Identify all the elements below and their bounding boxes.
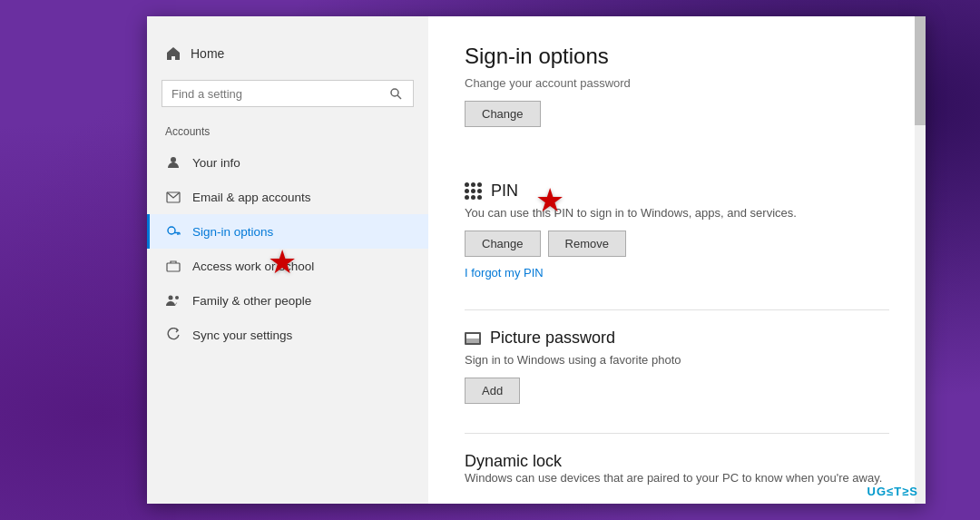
scrollbar-thumb[interactable] xyxy=(915,16,926,125)
pin-btn-row: Change Remove xyxy=(465,231,889,257)
sidebar-item-label: Sync your settings xyxy=(192,329,292,342)
search-box[interactable] xyxy=(162,80,414,107)
people-icon xyxy=(165,292,181,309)
home-label: Home xyxy=(191,46,224,61)
svg-point-9 xyxy=(169,296,173,300)
pin-header: PIN xyxy=(465,182,889,201)
home-icon xyxy=(165,45,181,62)
forgot-pin-link[interactable]: I forgot my PIN xyxy=(465,266,544,280)
sidebar-item-sync-settings[interactable]: Sync your settings xyxy=(147,318,428,352)
sync-icon xyxy=(165,327,181,343)
password-section: Change your account password Change xyxy=(465,76,889,152)
picture-password-heading: Picture password xyxy=(490,329,615,348)
picture-password-btn-row: Add xyxy=(465,378,889,404)
pin-icon xyxy=(465,182,482,200)
divider-2 xyxy=(465,433,889,434)
svg-point-10 xyxy=(175,296,179,299)
main-content: Sign-in options Change your account pass… xyxy=(428,16,926,504)
sidebar-item-sign-in-options[interactable]: Sign-in options xyxy=(147,214,428,249)
sidebar-item-label: Your info xyxy=(192,156,240,170)
scrollbar-track[interactable] xyxy=(915,16,926,504)
picture-password-icon xyxy=(465,330,481,347)
svg-point-4 xyxy=(168,227,175,234)
pin-heading: PIN xyxy=(491,182,518,201)
dynamic-lock-description: Windows can use devices that are paired … xyxy=(465,471,889,485)
divider-1 xyxy=(465,309,889,310)
sidebar-item-label: Sign-in options xyxy=(192,225,273,239)
sidebar-item-email-app-accounts[interactable]: Email & app accounts xyxy=(147,180,428,214)
dynamic-lock-section: Dynamic lock Windows can use devices tha… xyxy=(465,452,889,485)
key-icon xyxy=(165,223,181,240)
sidebar-home[interactable]: Home xyxy=(147,34,428,73)
svg-point-0 xyxy=(391,89,398,96)
sidebar-item-access-work-school[interactable]: Access work or school xyxy=(147,249,428,283)
sidebar-item-your-info[interactable]: Your info xyxy=(147,145,428,180)
password-subtitle: Change your account password xyxy=(465,76,889,90)
sidebar-item-label: Access work or school xyxy=(192,260,314,273)
picture-password-header: Picture password xyxy=(465,329,889,348)
picture-password-section: Picture password Sign in to Windows usin… xyxy=(465,329,889,404)
pin-remove-button[interactable]: Remove xyxy=(548,231,626,257)
sidebar: Home Accounts Your info xyxy=(147,16,428,504)
svg-rect-8 xyxy=(167,263,180,271)
your-info-icon xyxy=(165,154,181,171)
sidebar-item-label: Email & app accounts xyxy=(192,191,311,204)
svg-line-1 xyxy=(397,95,401,99)
settings-window: Home Accounts Your info xyxy=(147,16,926,504)
pin-section: PIN You can use this PIN to sign in to W… xyxy=(465,182,889,280)
watermark: UG≤T≥S xyxy=(867,485,918,498)
picture-password-add-button[interactable]: Add xyxy=(465,378,520,404)
pin-description: You can use this PIN to sign in to Windo… xyxy=(465,206,889,220)
briefcase-icon xyxy=(165,258,181,274)
sidebar-item-label: Family & other people xyxy=(192,294,311,308)
search-icon xyxy=(387,85,404,102)
sidebar-section-title: Accounts xyxy=(147,122,428,145)
page-title: Sign-in options xyxy=(465,44,889,69)
sidebar-item-family-other-people[interactable]: Family & other people xyxy=(147,283,428,318)
email-icon xyxy=(165,189,181,205)
dynamic-lock-heading: Dynamic lock xyxy=(465,452,889,471)
password-change-button[interactable]: Change xyxy=(465,101,541,127)
pin-change-button[interactable]: Change xyxy=(465,231,541,257)
search-input[interactable] xyxy=(172,87,382,101)
svg-point-2 xyxy=(171,157,176,162)
picture-password-description: Sign in to Windows using a favorite phot… xyxy=(465,353,889,367)
